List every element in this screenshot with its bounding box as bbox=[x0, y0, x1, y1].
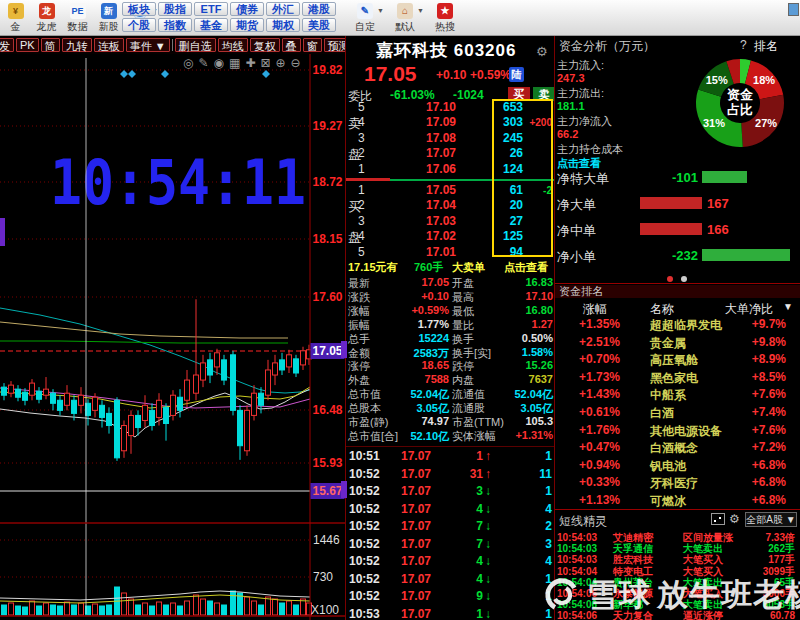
kline-chart[interactable]: 10:54:1119.8219.2718.7218.1517.6017.0516… bbox=[0, 54, 345, 620]
view-cost-link[interactable]: 点击查看 bbox=[557, 156, 601, 171]
market-button[interactable]: 基金 bbox=[194, 18, 228, 32]
stat-value: 16.83 bbox=[494, 276, 553, 288]
market-button[interactable]: 股指 bbox=[158, 2, 192, 16]
market-button[interactable]: 美股 bbox=[302, 18, 336, 32]
chart-tab[interactable]: 事件 ▼ bbox=[126, 38, 170, 52]
pager-dot[interactable] bbox=[681, 276, 687, 282]
down-arrow-icon: ↓ bbox=[485, 484, 491, 498]
tick-row[interactable]: 10:5217.077↓2 bbox=[346, 519, 554, 535]
big-order-notice: 760手 bbox=[414, 260, 443, 275]
chart-tab[interactable]: 预测 bbox=[324, 38, 345, 52]
net-order-label: 净小单 bbox=[557, 248, 596, 266]
xueqiu-logo-icon bbox=[543, 576, 581, 614]
chart-tab[interactable]: 叠 bbox=[282, 38, 301, 52]
rank-row[interactable]: +0.61%白酒+7.4% bbox=[555, 405, 800, 422]
splitter-handle[interactable] bbox=[341, 481, 347, 498]
grid-icon[interactable]: ▦ bbox=[229, 56, 240, 70]
toolbar-item[interactable]: ✎自定▼ bbox=[350, 1, 380, 34]
market-button[interactable]: 板块 bbox=[122, 2, 156, 16]
market-button[interactable]: 指数 bbox=[158, 18, 192, 32]
market-button[interactable]: 个股 bbox=[122, 18, 156, 32]
toolbar-item[interactable]: 龙龙虎 bbox=[31, 1, 62, 34]
rank-row[interactable]: +0.70%高压氧舱+8.9% bbox=[555, 352, 800, 369]
tick-row[interactable]: 10:5317.071↓1 bbox=[346, 607, 554, 620]
tick-row[interactable]: 10:5217.073↓1 bbox=[346, 484, 554, 500]
toolbar-item[interactable]: ★热搜 bbox=[430, 1, 460, 34]
rank-row[interactable]: +1.35%超超临界发电+9.7% bbox=[555, 317, 800, 334]
tick-row[interactable]: 10:5217.074↓4 bbox=[346, 502, 554, 518]
clipped-toolbar-icon[interactable] bbox=[788, 3, 799, 16]
stat-label: 涨停 bbox=[348, 359, 370, 374]
rank-row[interactable]: +1.73%黑色家电+8.5% bbox=[555, 370, 800, 387]
pager-dot-active[interactable] bbox=[667, 276, 673, 282]
up-arrow-icon: ↑ bbox=[485, 449, 491, 463]
splitter-handle[interactable] bbox=[0, 218, 5, 246]
market-button[interactable]: 债券 bbox=[230, 2, 264, 16]
rank-row[interactable]: +0.94%钒电池+6.8% bbox=[555, 458, 800, 475]
tick-price: 17.07 bbox=[391, 572, 431, 586]
tick-row[interactable]: 10:5217.074↓1 bbox=[346, 572, 554, 588]
lock-icon[interactable]: ⊠ bbox=[260, 56, 270, 70]
tick-row[interactable]: 10:5217.079↓1 bbox=[346, 589, 554, 605]
market-button[interactable]: 港股 bbox=[302, 2, 336, 16]
tick-row[interactable]: 10:5117.071↑1 bbox=[346, 449, 554, 465]
target-icon[interactable]: ◎ bbox=[183, 56, 193, 70]
rank-row[interactable]: +0.47%白酒概念+7.2% bbox=[555, 440, 800, 457]
tick-time: 10:52 bbox=[349, 537, 380, 551]
toolbar-item[interactable]: 新新股 bbox=[93, 1, 124, 34]
sort-desc-icon[interactable]: ▼ bbox=[783, 301, 793, 312]
settings-gear-icon[interactable]: ⚙ bbox=[536, 44, 548, 59]
mini-chart-icon[interactable] bbox=[711, 513, 725, 525]
rank-header-ratio: 大单净比 bbox=[725, 301, 773, 318]
alert-row[interactable]: 10:54:03胜宏科技大笔买入177手 bbox=[555, 554, 800, 565]
caret-down-icon[interactable]: ▼ bbox=[377, 7, 384, 14]
chart-tab[interactable]: 均线 bbox=[218, 38, 248, 52]
zoom-in-icon[interactable]: ⊕ bbox=[276, 56, 286, 70]
market-button[interactable]: 外汇 bbox=[266, 2, 300, 16]
toolbar-item[interactable]: PE数据 bbox=[62, 1, 93, 34]
tick-price: 17.07 bbox=[391, 502, 431, 516]
toolbar-item[interactable]: ¥金 bbox=[0, 1, 31, 34]
tick-price: 17.07 bbox=[391, 607, 431, 620]
chart-tab[interactable]: 简 bbox=[41, 38, 60, 52]
view-big-order-link[interactable]: 点击查看 bbox=[504, 260, 548, 275]
draw-icon[interactable]: ✎ bbox=[198, 56, 208, 70]
stock-filter-dropdown[interactable]: 全部A股 ▼ bbox=[745, 512, 797, 527]
rank-row[interactable]: +1.76%其他电源设备+7.6% bbox=[555, 423, 800, 440]
rank-row[interactable]: +0.33%牙科医疗+6.8% bbox=[555, 475, 800, 492]
volume-bars bbox=[2, 587, 312, 615]
cross-icon[interactable]: ✚ bbox=[245, 56, 255, 70]
caret-down-icon[interactable]: ▼ bbox=[417, 7, 424, 14]
kline-chart-area[interactable]: 10:54:1119.8219.2718.7218.1517.6017.0516… bbox=[0, 54, 345, 620]
eye-icon[interactable]: ◉ bbox=[214, 56, 224, 70]
tick-row[interactable]: 10:5217.077↓3 bbox=[346, 537, 554, 553]
tick-row[interactable]: 10:5217.0731↑11 bbox=[346, 467, 554, 483]
tick-row[interactable]: 10:5217.074↓4 bbox=[346, 554, 554, 570]
splitter-handle[interactable] bbox=[341, 341, 347, 358]
help-icon[interactable]: ? bbox=[740, 38, 747, 52]
market-button[interactable]: 期权 bbox=[266, 18, 300, 32]
stat-value: 3.05亿 bbox=[386, 401, 449, 416]
chart-tab[interactable]: 复权 bbox=[250, 38, 280, 52]
rank-row[interactable]: +2.51%贵金属+9.8% bbox=[555, 335, 800, 352]
alert-event: 大笔卖出 bbox=[683, 543, 723, 554]
zoom-out-icon[interactable]: ⊖ bbox=[291, 56, 301, 70]
chart-tab[interactable]: 删自选 bbox=[175, 38, 216, 52]
alert-row[interactable]: 10:54:03艾迪精密区间放量涨7.33倍 bbox=[555, 532, 800, 543]
chart-tab[interactable]: 窗 bbox=[303, 38, 322, 52]
chart-tab[interactable]: PK bbox=[16, 38, 39, 52]
rank-row[interactable]: +1.13%可燃冰+6.8% bbox=[555, 493, 800, 510]
rank-row[interactable]: +1.43%中船系+7.6% bbox=[555, 387, 800, 404]
gear-icon[interactable]: ⚙ bbox=[729, 512, 740, 526]
toolbar-item[interactable]: ⌂默认▼ bbox=[390, 1, 420, 34]
last-price: 17.05 bbox=[364, 62, 417, 86]
chart-tab[interactable]: 连板 bbox=[94, 38, 124, 52]
up-arrow-icon: ↑ bbox=[485, 467, 491, 481]
chart-tab[interactable]: 发 bbox=[0, 38, 14, 52]
alert-row[interactable]: 10:54:03天孚通信大笔卖出262手 bbox=[555, 543, 800, 554]
market-button[interactable]: 期货 bbox=[230, 18, 264, 32]
chart-tab[interactable]: 九转 bbox=[62, 38, 92, 52]
svg-text:18.72: 18.72 bbox=[313, 175, 343, 189]
market-button[interactable]: ETF bbox=[194, 2, 228, 16]
fund-flow-label: 主力净流入 bbox=[557, 114, 612, 129]
